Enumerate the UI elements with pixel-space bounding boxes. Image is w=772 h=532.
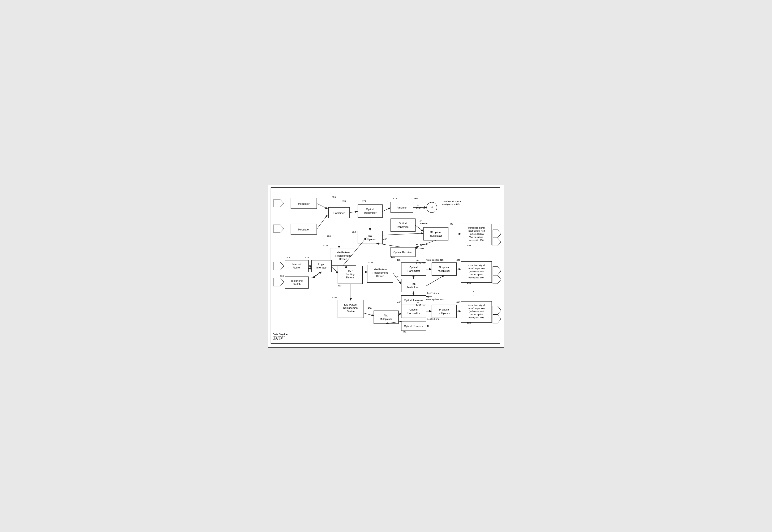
- svg-text:440: 440: [391, 256, 395, 258]
- svg-text:λ=: λ=: [417, 204, 419, 207]
- svg-text:Optical Receiver: Optical Receiver: [404, 299, 423, 302]
- svg-text:445: 445: [449, 222, 453, 225]
- svg-text:Multiplexer: Multiplexer: [380, 317, 393, 320]
- svg-text:3λ optical: 3λ optical: [439, 308, 449, 311]
- svg-text:Combined signal: Combined signal: [468, 304, 485, 306]
- svg-text:435: 435: [397, 259, 401, 261]
- svg-text:Modulator: Modulator: [298, 202, 310, 205]
- svg-text:λ=: λ=: [420, 219, 422, 222]
- svg-text:Telephone: Telephone: [291, 279, 302, 282]
- svg-text:Tap: Tap: [384, 314, 388, 317]
- svg-text:Routing: Routing: [345, 272, 354, 275]
- svg-text:Optical: Optical: [399, 222, 407, 225]
- svg-rect-111: [374, 311, 398, 323]
- svg-text:Optical: Optical: [410, 308, 418, 311]
- svg-rect-115: [402, 305, 426, 318]
- svg-text:TAP: TAP: [348, 269, 352, 272]
- svg-text:460: 460: [327, 234, 331, 237]
- svg-text:Data Service: Data Service: [272, 335, 285, 338]
- svg-text:waveguide 150): waveguide 150): [468, 238, 484, 241]
- svg-rect-83: [432, 263, 457, 276]
- svg-text:Tap: Tap: [412, 282, 416, 285]
- svg-text:Idle Pattern: Idle Pattern: [373, 268, 387, 271]
- svg-rect-7: [358, 204, 382, 217]
- svg-text:From splitter 415: From splitter 415: [426, 298, 444, 301]
- svg-text:Transmitter: Transmitter: [407, 311, 420, 314]
- svg-text:415: 415: [305, 256, 309, 259]
- svg-text:Combined signal: Combined signal: [468, 264, 485, 267]
- svg-text:465: 465: [342, 199, 346, 202]
- svg-text:Hub   400: Hub 400: [272, 338, 281, 340]
- svg-text:Replacement: Replacement: [335, 254, 350, 257]
- svg-text:Tap: Tap: [368, 234, 372, 237]
- svg-rect-17: [391, 219, 415, 232]
- svg-text:From splitter 415: From splitter 415: [426, 259, 444, 261]
- svg-text:430: 430: [367, 306, 371, 309]
- svg-text:Transmitter: Transmitter: [397, 225, 410, 228]
- svg-text:3λ optical: 3λ optical: [431, 230, 441, 233]
- svg-text:425A: 425A: [332, 296, 337, 299]
- svg-text:· · ·: · · ·: [437, 203, 441, 206]
- svg-text:Transmitter: Transmitter: [363, 211, 376, 214]
- svg-text:Device: Device: [339, 258, 347, 260]
- svg-text:470: 470: [362, 199, 366, 202]
- svg-rect-73: [402, 263, 426, 276]
- svg-text:445: 445: [457, 301, 461, 303]
- svg-text:Input/Output Port: Input/Output Port: [468, 267, 485, 269]
- svg-text:480: 480: [414, 197, 418, 200]
- svg-text:Idle Pattern: Idle Pattern: [336, 251, 349, 254]
- svg-rect-122: [432, 305, 457, 318]
- svg-text:455: 455: [332, 195, 336, 198]
- svg-text:↗: ↗: [431, 205, 433, 209]
- svg-text:1490 nm: 1490 nm: [416, 261, 425, 264]
- svg-text:Tap via optical: Tap via optical: [470, 313, 484, 315]
- svg-text:Device: Device: [346, 276, 354, 279]
- svg-text:Replacement: Replacement: [372, 271, 388, 274]
- svg-text:Device: Device: [376, 274, 384, 277]
- svg-text:Input/Output Port: Input/Output Port: [468, 229, 485, 232]
- svg-text:Combiner: Combiner: [333, 212, 345, 214]
- svg-text:Optical: Optical: [366, 208, 374, 211]
- svg-text:Transmitter: Transmitter: [407, 269, 420, 272]
- svg-text:445: 445: [457, 259, 461, 261]
- svg-text:Optical Receiver: Optical Receiver: [404, 325, 423, 328]
- svg-text:Combined signal: Combined signal: [468, 226, 485, 229]
- svg-text:1490 nm: 1490 nm: [419, 222, 428, 225]
- svg-text:Device: Device: [347, 310, 354, 312]
- svg-text:425A: 425A: [368, 261, 373, 264]
- svg-text:multiplexer: multiplexer: [430, 234, 442, 237]
- svg-text:.: .: [473, 292, 474, 296]
- svg-text:435: 435: [398, 301, 402, 303]
- svg-text:Multiplexer: Multiplexer: [407, 286, 420, 289]
- svg-text:λ=1310 nm: λ=1310 nm: [427, 317, 439, 320]
- svg-text:waveguide 150): waveguide 150): [468, 276, 484, 279]
- svg-text:To other 3λ optical: To other 3λ optical: [443, 200, 462, 202]
- svg-text:Router: Router: [293, 266, 301, 269]
- svg-text:waveguide 150): waveguide 150): [468, 316, 484, 319]
- svg-text:Tap via optical: Tap via optical: [470, 235, 484, 238]
- svg-text:(to/from Optical: (to/from Optical: [469, 310, 484, 312]
- svg-text:Modulator: Modulator: [298, 228, 310, 231]
- svg-text:450: 450: [467, 244, 471, 247]
- svg-text:435: 435: [383, 238, 387, 240]
- svg-text:λ=1310 nm: λ=1310 nm: [427, 292, 439, 294]
- svg-text:425A: 425A: [323, 244, 329, 247]
- svg-text:405: 405: [286, 256, 290, 259]
- svg-text:Tap via optical: Tap via optical: [470, 273, 484, 276]
- svg-rect-34: [424, 227, 448, 240]
- svg-text:λ=: λ=: [417, 259, 419, 261]
- svg-text:Optical: Optical: [410, 266, 418, 268]
- svg-text:Logic: Logic: [318, 263, 325, 266]
- svg-text:Idle Pattern: Idle Pattern: [344, 303, 357, 306]
- svg-text:Replacement: Replacement: [343, 306, 358, 309]
- svg-text:3λ optical: 3λ optical: [439, 266, 449, 268]
- svg-text:Internet: Internet: [292, 263, 301, 266]
- svg-text:475: 475: [393, 197, 397, 200]
- svg-text:1490 nm: 1490 nm: [416, 304, 425, 306]
- diagram-page: Modulator Modulator Combiner Optical Tra…: [268, 185, 504, 348]
- svg-text:Amplifier: Amplifier: [397, 206, 407, 209]
- svg-text:multiplexer: multiplexer: [438, 269, 450, 272]
- svg-rect-79: [402, 279, 426, 292]
- svg-text:Input/Output Port: Input/Output Port: [468, 307, 485, 309]
- svg-text:Optical Receiver: Optical Receiver: [394, 251, 413, 254]
